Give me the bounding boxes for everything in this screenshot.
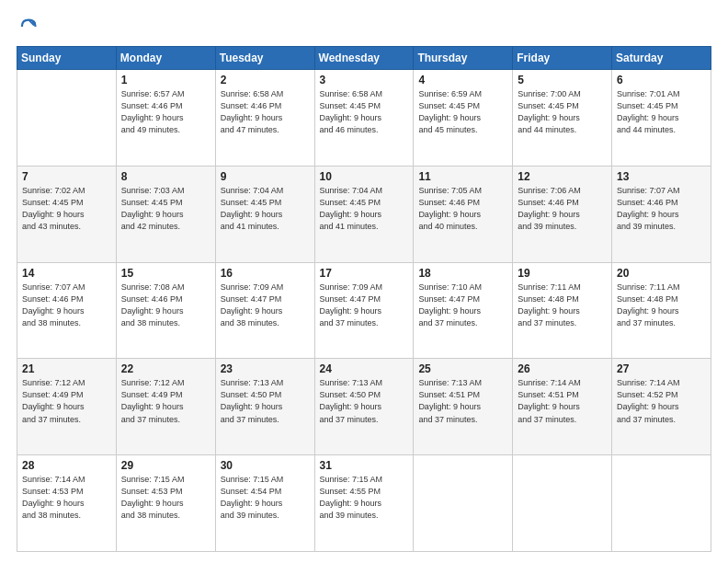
cell-info: Sunrise: 6:57 AM Sunset: 4:46 PM Dayligh… [121,88,210,136]
day-number: 19 [518,267,607,280]
day-number: 1 [121,74,210,86]
calendar-table: SundayMondayTuesdayWednesdayThursdayFrid… [17,46,711,552]
week-row-2: 7Sunrise: 7:02 AM Sunset: 4:45 PM Daylig… [17,166,711,262]
cell-info: Sunrise: 7:04 AM Sunset: 4:45 PM Dayligh… [320,185,409,233]
cell-info: Sunrise: 7:12 AM Sunset: 4:49 PM Dayligh… [121,377,210,425]
cell-info: Sunrise: 7:14 AM Sunset: 4:53 PM Dayligh… [22,474,111,522]
cell-info: Sunrise: 7:12 AM Sunset: 4:49 PM Dayligh… [22,377,111,425]
day-number: 6 [617,74,706,86]
day-header-friday: Friday [513,47,612,70]
logo-icon [17,17,37,37]
cell-info: Sunrise: 6:58 AM Sunset: 4:45 PM Dayligh… [320,88,409,136]
calendar-cell: 18Sunrise: 7:10 AM Sunset: 4:47 PM Dayli… [414,262,513,359]
cell-info: Sunrise: 7:13 AM Sunset: 4:51 PM Dayligh… [418,377,507,425]
calendar-cell: 4Sunrise: 6:59 AM Sunset: 4:45 PM Daylig… [414,70,513,167]
calendar-cell: 17Sunrise: 7:09 AM Sunset: 4:47 PM Dayli… [314,262,414,359]
day-number: 18 [418,267,507,280]
calendar-cell: 1Sunrise: 6:57 AM Sunset: 4:46 PM Daylig… [116,70,215,167]
cell-info: Sunrise: 7:06 AM Sunset: 4:46 PM Dayligh… [518,185,607,233]
calendar-cell: 15Sunrise: 7:08 AM Sunset: 4:46 PM Dayli… [116,262,215,359]
calendar-cell: 12Sunrise: 7:06 AM Sunset: 4:46 PM Dayli… [513,166,612,262]
calendar-cell: 27Sunrise: 7:14 AM Sunset: 4:52 PM Dayli… [612,359,711,455]
day-number: 8 [121,170,210,183]
day-number: 23 [221,362,310,375]
calendar-cell [414,455,513,552]
calendar-cell: 29Sunrise: 7:15 AM Sunset: 4:53 PM Dayli… [116,455,215,552]
cell-info: Sunrise: 7:08 AM Sunset: 4:46 PM Dayligh… [121,282,210,329]
cell-info: Sunrise: 7:11 AM Sunset: 4:48 PM Dayligh… [518,282,607,329]
cell-info: Sunrise: 7:15 AM Sunset: 4:53 PM Dayligh… [121,474,210,522]
day-number: 7 [22,170,111,183]
cell-info: Sunrise: 7:13 AM Sunset: 4:50 PM Dayligh… [320,377,409,425]
day-number: 4 [418,74,507,86]
day-number: 30 [221,459,310,472]
calendar-cell: 9Sunrise: 7:04 AM Sunset: 4:45 PM Daylig… [215,166,314,262]
day-header-saturday: Saturday [612,47,711,70]
day-number: 10 [320,170,409,183]
day-number: 21 [22,362,111,375]
calendar-cell [612,455,711,552]
cell-info: Sunrise: 6:58 AM Sunset: 4:46 PM Dayligh… [221,88,310,136]
cell-info: Sunrise: 7:07 AM Sunset: 4:46 PM Dayligh… [617,185,706,233]
day-number: 2 [221,74,310,86]
calendar-cell: 11Sunrise: 7:05 AM Sunset: 4:46 PM Dayli… [414,166,513,262]
day-header-tuesday: Tuesday [215,47,314,70]
calendar-cell: 13Sunrise: 7:07 AM Sunset: 4:46 PM Dayli… [612,166,711,262]
cell-info: Sunrise: 7:09 AM Sunset: 4:47 PM Dayligh… [221,282,310,329]
week-row-5: 28Sunrise: 7:14 AM Sunset: 4:53 PM Dayli… [17,455,711,552]
calendar-cell: 23Sunrise: 7:13 AM Sunset: 4:50 PM Dayli… [215,359,314,455]
day-number: 13 [617,170,706,183]
logo [17,17,40,37]
day-number: 24 [320,362,409,375]
calendar-cell: 19Sunrise: 7:11 AM Sunset: 4:48 PM Dayli… [513,262,612,359]
cell-info: Sunrise: 7:07 AM Sunset: 4:46 PM Dayligh… [22,282,111,329]
day-number: 17 [320,267,409,280]
calendar-cell: 24Sunrise: 7:13 AM Sunset: 4:50 PM Dayli… [314,359,414,455]
cell-info: Sunrise: 7:15 AM Sunset: 4:54 PM Dayligh… [221,474,310,522]
calendar-cell [513,455,612,552]
calendar-cell: 26Sunrise: 7:14 AM Sunset: 4:51 PM Dayli… [513,359,612,455]
cell-info: Sunrise: 7:01 AM Sunset: 4:45 PM Dayligh… [617,88,706,136]
week-row-4: 21Sunrise: 7:12 AM Sunset: 4:49 PM Dayli… [17,359,711,455]
calendar-cell: 30Sunrise: 7:15 AM Sunset: 4:54 PM Dayli… [215,455,314,552]
day-number: 16 [221,267,310,280]
cell-info: Sunrise: 7:10 AM Sunset: 4:47 PM Dayligh… [418,282,507,329]
day-number: 15 [121,267,210,280]
calendar-cell: 5Sunrise: 7:00 AM Sunset: 4:45 PM Daylig… [513,70,612,167]
calendar-cell: 10Sunrise: 7:04 AM Sunset: 4:45 PM Dayli… [314,166,414,262]
day-header-wednesday: Wednesday [314,47,414,70]
cell-info: Sunrise: 7:05 AM Sunset: 4:46 PM Dayligh… [418,185,507,233]
cell-info: Sunrise: 7:03 AM Sunset: 4:45 PM Dayligh… [121,185,210,233]
calendar-cell: 2Sunrise: 6:58 AM Sunset: 4:46 PM Daylig… [215,70,314,167]
day-number: 25 [418,362,507,375]
day-number: 3 [320,74,409,86]
day-number: 9 [221,170,310,183]
calendar-cell: 20Sunrise: 7:11 AM Sunset: 4:48 PM Dayli… [612,262,711,359]
cell-info: Sunrise: 7:11 AM Sunset: 4:48 PM Dayligh… [617,282,706,329]
day-number: 12 [518,170,607,183]
day-number: 29 [121,459,210,472]
calendar-cell: 21Sunrise: 7:12 AM Sunset: 4:49 PM Dayli… [17,359,117,455]
day-number: 14 [22,267,111,280]
week-row-3: 14Sunrise: 7:07 AM Sunset: 4:46 PM Dayli… [17,262,711,359]
page: SundayMondayTuesdayWednesdayThursdayFrid… [0,0,728,563]
calendar-cell: 8Sunrise: 7:03 AM Sunset: 4:45 PM Daylig… [116,166,215,262]
day-number: 28 [22,459,111,472]
cell-info: Sunrise: 7:13 AM Sunset: 4:50 PM Dayligh… [221,377,310,425]
cell-info: Sunrise: 7:04 AM Sunset: 4:45 PM Dayligh… [221,185,310,233]
calendar-cell: 7Sunrise: 7:02 AM Sunset: 4:45 PM Daylig… [17,166,117,262]
cell-info: Sunrise: 7:09 AM Sunset: 4:47 PM Dayligh… [320,282,409,329]
calendar-cell: 6Sunrise: 7:01 AM Sunset: 4:45 PM Daylig… [612,70,711,167]
header [17,17,711,37]
day-number: 5 [518,74,607,86]
calendar-cell: 22Sunrise: 7:12 AM Sunset: 4:49 PM Dayli… [116,359,215,455]
week-row-1: 1Sunrise: 6:57 AM Sunset: 4:46 PM Daylig… [17,70,711,167]
day-number: 26 [518,362,607,375]
cell-info: Sunrise: 7:02 AM Sunset: 4:45 PM Dayligh… [22,185,111,233]
calendar-cell: 14Sunrise: 7:07 AM Sunset: 4:46 PM Dayli… [17,262,117,359]
calendar-cell: 25Sunrise: 7:13 AM Sunset: 4:51 PM Dayli… [414,359,513,455]
cell-info: Sunrise: 7:15 AM Sunset: 4:55 PM Dayligh… [320,474,409,522]
calendar-cell: 16Sunrise: 7:09 AM Sunset: 4:47 PM Dayli… [215,262,314,359]
calendar-cell [17,70,117,167]
cell-info: Sunrise: 7:14 AM Sunset: 4:51 PM Dayligh… [518,377,607,425]
